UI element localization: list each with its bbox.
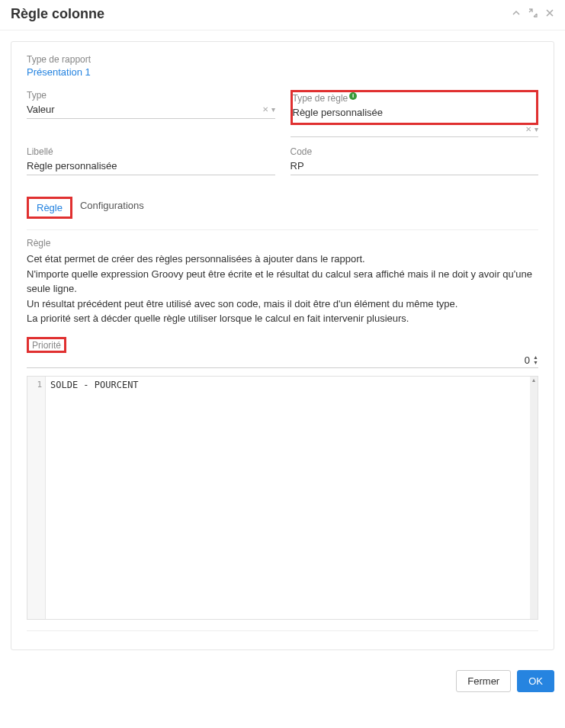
type-value: Valeur [27, 104, 55, 115]
priority-stepper[interactable]: ▲ ▼ [533, 354, 538, 365]
row-type-ruletype: Type Valeur ✕ ▾ Type de règlei Règle per… [27, 90, 538, 137]
main-panel: Type de rapport Présentation 1 Type Vale… [11, 41, 554, 650]
chevron-down-icon[interactable]: ▾ [535, 125, 538, 133]
rule-type-select-bottom: ✕ ▾ [291, 123, 539, 137]
priority-label: Priorité [32, 340, 61, 351]
row-libelle-code: Libellé Code [27, 146, 538, 175]
report-type-label: Type de rapport [27, 54, 538, 65]
rule-type-select[interactable]: Règle personnalisée [293, 105, 537, 121]
close-icon[interactable] [545, 8, 554, 20]
priority-value: 0 [27, 354, 533, 366]
report-type-group: Type de rapport Présentation 1 [27, 54, 538, 78]
scroll-up-icon[interactable]: ▴ [530, 377, 538, 383]
code-label: Code [291, 146, 539, 157]
close-button[interactable]: Fermer [456, 670, 511, 692]
rule-desc: Cet état permet de créer des règles pers… [27, 252, 538, 326]
priority-section: Priorité 0 ▲ ▼ [27, 337, 538, 368]
code-input[interactable] [291, 159, 539, 175]
chevron-down-icon[interactable]: ▾ [271, 105, 275, 114]
code-scrollbar[interactable]: ▴ [530, 377, 538, 619]
rule-type-value: Règle personnalisée [293, 107, 384, 118]
clear-icon[interactable]: ✕ [262, 105, 268, 114]
code-content[interactable]: SOLDE - POURCENT [46, 377, 530, 619]
priority-input[interactable]: 0 ▲ ▼ [27, 354, 538, 368]
tabs: Règle Configurations [27, 197, 538, 219]
modal-footer: Fermer OK [0, 661, 565, 698]
modal-controls [512, 8, 554, 20]
code-editor[interactable]: 1 SOLDE - POURCENT ▴ [27, 376, 538, 620]
rule-type-field-group: Type de règlei Règle personnalisée ✕ ▾ [291, 90, 539, 137]
modal-header: Règle colonne [0, 0, 565, 30]
clear-icon[interactable]: ✕ [525, 125, 531, 133]
ok-button[interactable]: OK [517, 670, 554, 692]
libelle-field-group: Libellé [27, 146, 275, 175]
rule-type-highlight: Type de règlei Règle personnalisée [291, 90, 539, 125]
code-field-group: Code [291, 146, 539, 175]
rule-desc-p2: N'importe quelle expression Groovy peut … [27, 267, 538, 297]
rule-desc-p4: La priorité sert à décder quelle règle u… [27, 311, 538, 326]
panel-divider [27, 630, 538, 631]
report-type-link[interactable]: Présentation 1 [27, 66, 91, 78]
type-field-group: Type Valeur ✕ ▾ [27, 90, 275, 137]
tab-rule[interactable]: Règle [27, 197, 72, 219]
stepper-up-icon[interactable]: ▲ [533, 354, 538, 360]
tab-divider [27, 229, 538, 230]
rule-type-select-icons: ✕ ▾ [525, 125, 538, 133]
rule-desc-p3: Un résultat précédent peut être utilisé … [27, 297, 538, 312]
expand-icon[interactable] [528, 8, 538, 20]
modal-title: Règle colonne [11, 6, 104, 22]
collapse-icon[interactable] [512, 8, 521, 20]
stepper-down-icon[interactable]: ▼ [533, 360, 538, 365]
type-select[interactable]: Valeur ✕ ▾ [27, 102, 275, 119]
type-select-icons: ✕ ▾ [262, 105, 275, 114]
rule-type-label: Type de règlei [293, 92, 537, 104]
priority-highlight: Priorité [27, 337, 66, 353]
info-icon[interactable]: i [349, 92, 357, 100]
libelle-input[interactable] [27, 159, 275, 175]
libelle-label: Libellé [27, 146, 275, 157]
rule-section: Règle Cet état permet de créer des règle… [27, 238, 538, 326]
type-label: Type [27, 90, 275, 101]
tab-configurations[interactable]: Configurations [72, 197, 152, 219]
content-wrapper: Type de rapport Présentation 1 Type Vale… [0, 30, 565, 661]
rule-desc-p1: Cet état permet de créer des règles pers… [27, 252, 538, 267]
rule-section-label: Règle [27, 238, 538, 249]
line-number: 1 [27, 380, 42, 390]
code-gutter: 1 [27, 377, 46, 619]
